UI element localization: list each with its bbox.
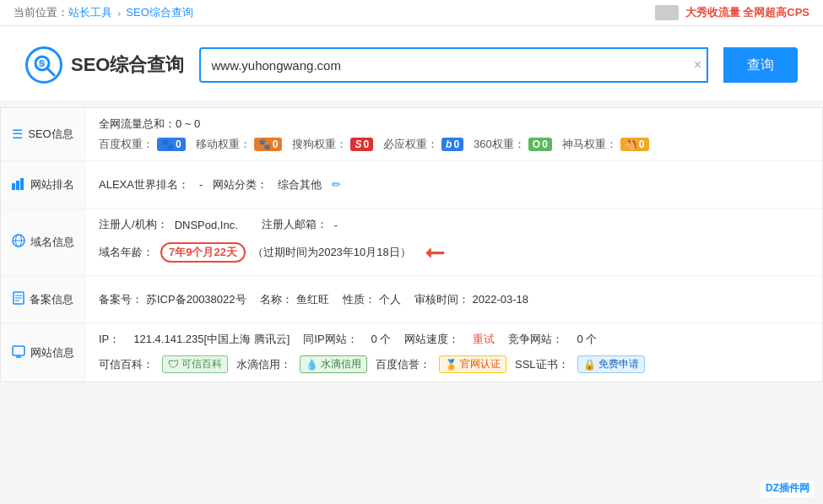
compete-value: 0 个 [577, 332, 597, 347]
website-icon [12, 344, 25, 360]
badge-baidu-icon: 🐾 [161, 138, 174, 150]
website-label-text: 网站信息 [30, 345, 74, 360]
ad-area: 大秀收流量 全网超高CPS [655, 5, 809, 20]
shuidi-label: 水滴信用： [236, 357, 291, 372]
baike-label: 可信百科： [99, 357, 154, 372]
search-input[interactable] [199, 47, 708, 83]
baike-badge-icon: 🛡 [168, 358, 179, 371]
compete-label: 竞争网站： [508, 332, 563, 347]
beian-number-item: 备案号： 苏ICP备20038022号 [99, 292, 246, 307]
badge-shenma: 🐴 0 [620, 138, 649, 151]
rank-row: 网站排名 ALEXA世界排名： - 网站分类： 综合其他 ✏ [1, 161, 822, 209]
beian-nature-item: 性质： 个人 [343, 292, 401, 307]
beian-label-text: 备案信息 [30, 292, 73, 307]
beian-name-value: 鱼红旺 [296, 292, 329, 307]
search-logo: S SEO综合查询 [25, 46, 184, 84]
beian-nature-value: 个人 [379, 292, 401, 307]
baike-badge[interactable]: 🛡 可信百科 [162, 355, 228, 373]
baike-badge-text: 可信百科 [181, 357, 222, 371]
category-label: 网站分类： [213, 177, 268, 192]
search-button[interactable]: 查询 [723, 47, 798, 83]
alexa-line: ALEXA世界排名： - 网站分类： 综合其他 ✏ [99, 177, 809, 192]
alexa-value: - [199, 178, 203, 191]
website-content: IP： 121.4.141.235[中国上海 腾讯云] 同IP网站： 0 个 网… [85, 323, 822, 382]
baidu-badge[interactable]: 🏅 官网认证 [439, 355, 506, 373]
same-ip-value: 0 个 [371, 332, 392, 347]
search-clear-icon[interactable]: × [694, 57, 701, 73]
badge-mobile: 🐾 0 [254, 138, 283, 151]
domain-registrant-line: 注册人/机构： DNSPod,Inc. 注册人邮箱： - [99, 217, 809, 232]
seo-content: 全网流量总和：0 ~ 0 百度权重： 🐾 0 移动权重： 🐾 0 [85, 108, 822, 160]
breadcrumb-sep: › [117, 7, 121, 19]
breadcrumb: 当前位置： 站长工具 › SEO综合查询 [14, 5, 193, 20]
shuidi-badge-text: 水滴信用 [321, 357, 361, 371]
weight-biyong-label: 必应权重： [383, 137, 438, 152]
result-section: ☰ SEO信息 全网流量总和：0 ~ 0 百度权重： 🐾 0 移动权重： � [0, 107, 823, 382]
svg-rect-5 [16, 181, 19, 190]
badge-mobile-icon: 🐾 [258, 138, 271, 150]
beian-audit-item: 审核时间： 2022-03-18 [414, 292, 529, 307]
search-section: S SEO综合查询 × 查询 [0, 26, 823, 100]
seo-icon: ☰ [12, 127, 23, 142]
domain-age-value: 7年9个月22天 [160, 242, 246, 263]
rank-label-text: 网站排名 [30, 177, 74, 192]
search-title: SEO综合查询 [71, 52, 184, 78]
badge-360-val: 0 [542, 138, 548, 150]
ssl-label: SSL证书： [515, 357, 569, 372]
ssl-badge[interactable]: 🔒 免费申请 [577, 355, 645, 373]
weight-sogou-label: 搜狗权重： [292, 137, 347, 152]
same-ip-label: 同IP网站： [303, 332, 357, 347]
svg-text:S: S [39, 59, 45, 68]
domain-expiry: （过期时间为2023年10月18日） [252, 245, 411, 260]
rank-label: 网站排名 [1, 161, 85, 208]
weight-360-label: 360权重： [474, 137, 525, 152]
website-label: 网站信息 [1, 323, 85, 382]
domain-row: 域名信息 注册人/机构： DNSPod,Inc. 注册人邮箱： - 域名年龄： … [1, 209, 822, 276]
weight-mobile-label: 移动权重： [196, 137, 251, 152]
ip-label: IP： [99, 332, 120, 347]
badge-baidu: 🐾 0 [157, 138, 186, 151]
rank-content: ALEXA世界排名： - 网站分类： 综合其他 ✏ [85, 161, 822, 208]
badge-shenma-icon: 🐴 [625, 138, 637, 150]
beian-audit-label: 审核时间： [414, 292, 469, 307]
seo-label: ☰ SEO信息 [1, 108, 85, 160]
beian-number-value: 苏ICP备20038022号 [146, 292, 246, 307]
badge-biyong: b 0 [441, 138, 463, 151]
weight-baidu: 百度权重： 🐾 0 [99, 137, 186, 152]
domain-age-line: 域名年龄： 7年9个月22天 （过期时间为2023年10月18日） ➞ [99, 237, 809, 267]
red-arrow-icon: ➞ [425, 237, 446, 267]
badge-biyong-val: 0 [453, 138, 459, 150]
beian-details: 备案号： 苏ICP备20038022号 名称： 鱼红旺 性质： 个人 审核时间：… [99, 292, 809, 307]
beian-label: 备案信息 [1, 276, 85, 322]
svg-line-1 [47, 68, 54, 75]
beian-content: 备案号： 苏ICP备20038022号 名称： 鱼红旺 性质： 个人 审核时间：… [85, 276, 822, 322]
badge-shenma-val: 0 [639, 138, 645, 150]
badge-sogou-icon: S [355, 138, 361, 150]
seo-info-row: ☰ SEO信息 全网流量总和：0 ~ 0 百度权重： 🐾 0 移动权重： � [1, 108, 822, 161]
svg-rect-4 [12, 183, 15, 190]
ad-text[interactable]: 大秀收流量 全网超高CPS [685, 5, 809, 20]
speed-value[interactable]: 重试 [473, 332, 495, 347]
weight-mobile: 移动权重： 🐾 0 [196, 137, 283, 152]
weight-shenma: 神马权重： 🐴 0 [562, 137, 649, 152]
net-line1: IP： 121.4.141.235[中国上海 腾讯云] 同IP网站： 0 个 网… [99, 332, 809, 347]
top-bar: 当前位置： 站长工具 › SEO综合查询 大秀收流量 全网超高CPS [0, 0, 823, 26]
edit-category-icon[interactable]: ✏ [332, 178, 341, 191]
website-info-row: 网站信息 IP： 121.4.141.235[中国上海 腾讯云] 同IP网站： … [1, 323, 822, 382]
breadcrumb-tool[interactable]: 站长工具 [68, 5, 112, 20]
breadcrumb-page[interactable]: SEO综合查询 [126, 5, 192, 20]
weight-sogou: 搜狗权重： S 0 [292, 137, 373, 152]
badge-360-icon: O [533, 138, 540, 150]
breadcrumb-current: 当前位置： [14, 5, 68, 20]
beian-icon [13, 291, 24, 307]
baidu-badge-text: 官网认证 [460, 357, 501, 371]
search-logo-icon: S [25, 46, 62, 84]
domain-label: 域名信息 [1, 209, 85, 275]
beian-row: 备案信息 备案号： 苏ICP备20038022号 名称： 鱼红旺 性质： 个人 … [1, 276, 822, 323]
svg-rect-6 [20, 178, 24, 190]
registrant-value: DNSPod,Inc. [175, 219, 238, 231]
shuidi-badge-icon: 💧 [306, 359, 318, 371]
beian-number-label: 备案号： [99, 292, 143, 307]
weight-360: 360权重： O 0 [474, 137, 552, 152]
shuidi-badge[interactable]: 💧 水滴信用 [300, 355, 367, 373]
